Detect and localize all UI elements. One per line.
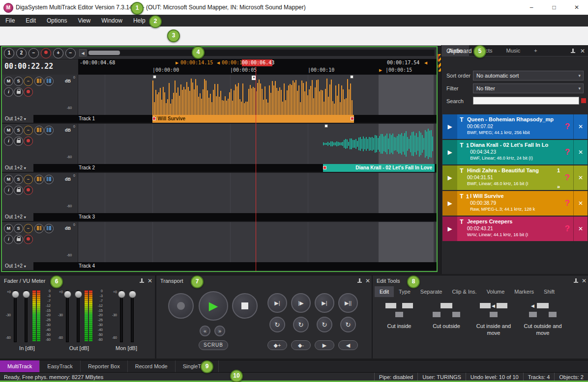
in-fader-right[interactable] (25, 290, 28, 342)
skip-to-end-button[interactable]: ▶| (267, 293, 287, 313)
zoom-out-button[interactable]: − (65, 48, 76, 58)
clipboard-item[interactable]: ▶ T Jeepers Creepers 00:02:43.21 WAV, Li… (442, 217, 588, 241)
lock-button[interactable] (14, 235, 23, 244)
track-lane[interactable]: ▼ (78, 75, 437, 115)
monitor-off-button[interactable]: − (24, 175, 33, 184)
monitor-off-button[interactable]: − (24, 77, 33, 86)
search-input[interactable] (473, 97, 579, 105)
unknown-status-icon[interactable]: ? (561, 191, 573, 216)
solo-button[interactable]: S (14, 77, 23, 86)
output-route[interactable]: Out 1+2 ▾ (5, 213, 26, 221)
out-fader-left[interactable] (66, 290, 69, 342)
meter-blue-button[interactable] (44, 126, 54, 135)
rewind-button[interactable]: « (200, 326, 210, 336)
next-marker-button[interactable]: ▶ (315, 340, 334, 350)
close-panel-icon[interactable]: ✕ (365, 277, 370, 284)
monitor-off-button[interactable]: − (24, 224, 33, 233)
fader-knob[interactable] (129, 291, 136, 298)
tab-record-mode[interactable]: Record Mode (128, 360, 176, 373)
cut-inside-and-move-button[interactable]: ◀ Cut inside and move (471, 300, 516, 355)
add-marker-button[interactable]: ◆+ (267, 340, 287, 350)
monitor-off-button[interactable]: − (24, 126, 33, 135)
close-panel-icon[interactable]: ✕ (147, 277, 152, 284)
mon-fader-left[interactable] (120, 290, 123, 342)
maximize-button[interactable]: □ (543, 0, 565, 15)
close-button[interactable]: ✕ (565, 0, 588, 15)
unknown-status-icon[interactable]: ? (561, 140, 573, 164)
tab-music[interactable]: Music (500, 45, 528, 56)
scrub-button[interactable]: SCRUB (199, 340, 228, 350)
forward-button[interactable]: » (214, 326, 225, 336)
play-pause-button[interactable]: |▶ (291, 293, 311, 313)
mute-button[interactable]: M (4, 77, 13, 86)
menu-edit[interactable]: Edit (20, 15, 41, 27)
play-clip-button[interactable]: ▶ (442, 114, 457, 139)
tab-shift[interactable]: Shift (539, 286, 559, 297)
tab-markers[interactable]: Markers (509, 286, 539, 297)
record-arm-button[interactable] (24, 235, 33, 244)
cut-inside-button[interactable]: Cut inside (377, 300, 422, 355)
search-clear-button[interactable] (581, 98, 586, 103)
cut-outside-and-move-button[interactable]: ◀ Cut outside and move (520, 300, 565, 355)
info-button[interactable]: i (4, 87, 13, 97)
minimize-button[interactable]: – (520, 0, 543, 15)
clip-title-bar[interactable]: I Will Survive (152, 115, 354, 123)
remove-clip-button[interactable]: ✕ (573, 165, 588, 190)
fader-knob[interactable] (12, 291, 19, 298)
zoom-in-button[interactable]: + (53, 48, 63, 58)
meter-blue-button[interactable] (44, 175, 54, 184)
filter-select[interactable]: No filter▾ (473, 83, 584, 93)
fader-knob[interactable] (64, 291, 71, 298)
play-clip-button[interactable]: ▶ (442, 140, 457, 164)
menu-help[interactable]: Help (128, 15, 151, 27)
clip-handle[interactable] (350, 75, 353, 79)
loop-button[interactable]: ↻ (340, 317, 356, 332)
pin-icon[interactable] (570, 48, 576, 54)
sort-order-select[interactable]: No automatic sort▾ (473, 71, 584, 81)
record-arm-button[interactable] (24, 186, 33, 195)
lock-button[interactable] (14, 136, 23, 146)
play-clip-button[interactable]: ▶ (442, 191, 457, 216)
clip-trim-handle[interactable] (323, 166, 326, 169)
prev-marker-button[interactable]: ◀ (338, 340, 358, 350)
meter-blue-button[interactable] (44, 77, 54, 86)
track-lane[interactable] (78, 222, 437, 262)
tab-reporter-box[interactable]: Reporter Box (81, 360, 128, 373)
fader-knob[interactable] (23, 291, 30, 298)
menu-window[interactable]: Window (96, 15, 128, 27)
close-panel-icon[interactable]: ✕ (582, 277, 587, 284)
track-view-1-button[interactable]: 1 (4, 48, 14, 58)
loop-button[interactable]: ↻ (317, 317, 332, 332)
clipboard-item[interactable]: ▶ T 1 I Will Survive 00:00:38.79 Raw, MP… (442, 191, 588, 216)
meter-blue-button[interactable] (44, 224, 54, 233)
tab-easytrack[interactable]: EasyTrack (40, 360, 81, 373)
remove-clip-button[interactable]: ✕ (573, 140, 588, 164)
tab-separate[interactable]: Separate (415, 286, 447, 297)
clipboard-item[interactable]: ▶ T Hindi Zahra - Beautiful Tang 00:04:3… (442, 165, 588, 190)
track-view-2-button[interactable]: 2 (16, 48, 27, 58)
record-arm-button[interactable] (24, 87, 33, 97)
pin-icon[interactable] (139, 278, 145, 284)
play-clip-button[interactable]: ▶ (442, 165, 457, 190)
stop-button[interactable] (232, 293, 258, 319)
remove-marker-button[interactable]: ◆- (291, 340, 311, 350)
record-button[interactable] (168, 293, 194, 319)
clip-title-bar[interactable]: Diana Krall - 02 Let's Fall In Love (323, 164, 435, 172)
loop-button[interactable]: ↻ (269, 317, 285, 332)
clip-handle[interactable] (153, 75, 156, 79)
record-arm-button[interactable] (24, 136, 33, 146)
track-lane[interactable] (78, 124, 437, 164)
tab-volume[interactable]: Volume (482, 286, 510, 297)
tab-multitrack[interactable]: MultiTrack (0, 360, 40, 373)
meter-orange-button[interactable] (34, 126, 44, 135)
loop-button[interactable]: ↻ (293, 317, 309, 332)
lock-button[interactable] (14, 87, 23, 97)
expand-more-icon[interactable]: » (557, 184, 560, 190)
track-name-bar[interactable]: Track 4 (33, 262, 437, 270)
info-button[interactable]: i (4, 136, 13, 146)
clip-handle[interactable] (324, 124, 328, 128)
cut-outside-button[interactable]: Cut outside (424, 300, 469, 355)
output-route[interactable]: Out 1+2 ▾ (5, 164, 26, 172)
unknown-status-icon[interactable]: ? (561, 165, 573, 190)
tab-clip-ins[interactable]: Clip & Ins. (447, 286, 481, 297)
